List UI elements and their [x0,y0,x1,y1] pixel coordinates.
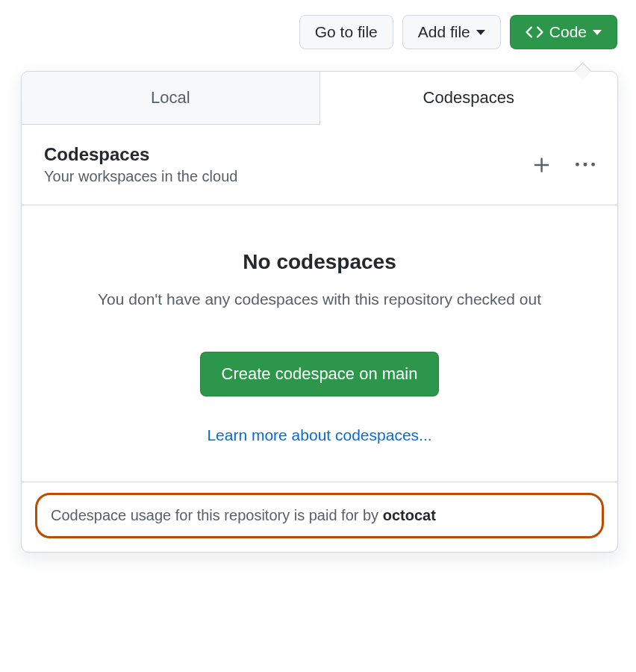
create-codespace-button[interactable]: Create codespace on main [200,352,440,396]
codespaces-header-text: Codespaces Your workspaces in the cloud [44,144,237,185]
code-label: Code [549,23,587,41]
usage-payer: octocat [383,507,436,523]
dropdown-footer: Codespace usage for this repository is p… [22,482,617,538]
codespace-options-button[interactable] [576,155,595,175]
empty-description: You don't have any codespaces with this … [52,287,587,311]
clone-tabs: Local Codespaces [22,72,617,125]
add-file-label: Add file [418,23,470,41]
section-subtitle: Your workspaces in the cloud [44,168,237,185]
tab-codespaces[interactable]: Codespaces [320,72,618,125]
empty-state: No codespaces You don't have any codespa… [22,205,617,474]
learn-more-link[interactable]: Learn more about codespaces... [52,426,587,444]
add-file-button[interactable]: Add file [402,15,501,49]
new-codespace-button[interactable] [532,155,552,175]
repo-toolbar: Go to file Add file Code [0,0,636,49]
plus-icon [532,155,552,175]
codespaces-header: Codespaces Your workspaces in the cloud [22,125,617,205]
usage-notice: Codespace usage for this repository is p… [35,493,604,538]
chevron-down-icon [476,30,485,35]
tab-local[interactable]: Local [22,72,320,125]
empty-title: No codespaces [52,250,587,274]
header-actions [532,155,595,175]
code-icon [526,23,543,41]
kebab-icon [576,155,595,175]
chevron-down-icon [593,30,602,35]
go-to-file-label: Go to file [315,23,378,41]
code-button[interactable]: Code [510,15,617,49]
go-to-file-button[interactable]: Go to file [299,15,393,49]
usage-notice-text: Codespace usage for this repository is p… [51,507,383,523]
code-dropdown: Local Codespaces Codespaces Your workspa… [21,71,618,553]
section-title: Codespaces [44,144,237,165]
